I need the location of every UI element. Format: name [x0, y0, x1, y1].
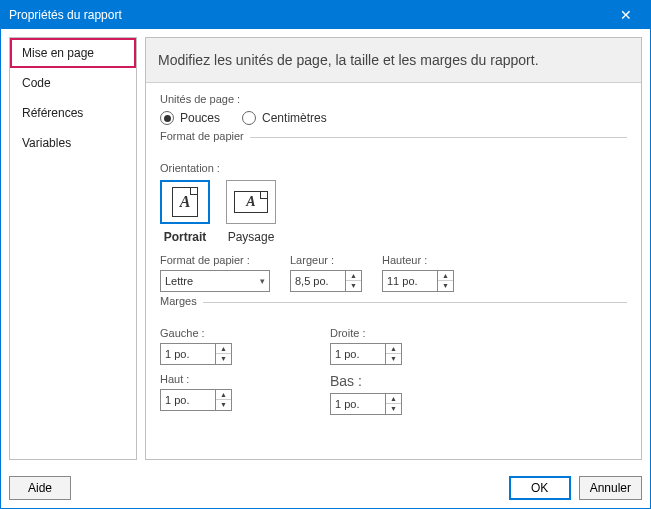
portrait-icon: A — [160, 180, 210, 224]
sidebar-item-references[interactable]: Références — [10, 98, 136, 128]
margins-group: Marges Gauche : 1 po. ▲▼ Droite : — [160, 302, 627, 415]
height-field: Hauteur : 11 po. ▲▼ — [382, 254, 454, 292]
ok-button[interactable]: OK — [509, 476, 571, 500]
paper-size-value: Lettre — [165, 275, 193, 287]
spin-up-icon[interactable]: ▲ — [216, 344, 231, 354]
radio-inches[interactable]: Pouces — [160, 111, 220, 125]
margins-grid: Gauche : 1 po. ▲▼ Droite : 1 po. ▲▼ — [160, 327, 627, 415]
spin-down-icon[interactable]: ▼ — [216, 354, 231, 364]
units-label: Unités de page : — [160, 93, 627, 105]
footer: Aide OK Annuler — [1, 468, 650, 508]
landscape-icon: A — [226, 180, 276, 224]
button-label: Aide — [28, 481, 52, 495]
margin-left-field: Gauche : 1 po. ▲▼ — [160, 327, 320, 365]
sidebar-item-label: Mise en page — [22, 46, 94, 60]
sidebar-item-label: Références — [22, 106, 83, 120]
height-label: Hauteur : — [382, 254, 454, 266]
width-field: Largeur : 8,5 po. ▲▼ — [290, 254, 362, 292]
height-value: 11 po. — [383, 275, 437, 287]
sidebar: Mise en page Code Références Variables — [9, 37, 137, 460]
orientation-label-landscape: Paysage — [228, 230, 275, 244]
spin-up-icon[interactable]: ▲ — [438, 271, 453, 281]
titlebar: Propriétés du rapport ✕ — [1, 1, 650, 29]
margin-bottom-value: 1 po. — [331, 398, 385, 410]
spin-down-icon[interactable]: ▼ — [216, 400, 231, 410]
orientation-portrait[interactable]: A Portrait — [160, 180, 210, 244]
margin-top-spinner[interactable]: 1 po. ▲▼ — [160, 389, 232, 411]
height-spinner[interactable]: 11 po. ▲▼ — [382, 270, 454, 292]
paper-size-label: Format de papier : — [160, 254, 270, 266]
main-panel: Modifiez les unités de page, la taille e… — [145, 37, 642, 460]
dialog: Propriétés du rapport ✕ Mise en page Cod… — [0, 0, 651, 509]
paper-group-title: Format de papier — [160, 130, 250, 142]
main-header: Modifiez les unités de page, la taille e… — [146, 38, 641, 83]
radio-icon — [160, 111, 174, 125]
margin-top-value: 1 po. — [161, 394, 215, 406]
margin-bottom-spinner[interactable]: 1 po. ▲▼ — [330, 393, 402, 415]
margin-left-label: Gauche : — [160, 327, 320, 339]
spin-down-icon[interactable]: ▼ — [438, 281, 453, 291]
chevron-down-icon: ▾ — [260, 276, 265, 286]
margin-right-spinner[interactable]: 1 po. ▲▼ — [330, 343, 402, 365]
width-spinner[interactable]: 8,5 po. ▲▼ — [290, 270, 362, 292]
margin-top-field: Haut : 1 po. ▲▼ — [160, 373, 320, 415]
radio-label: Centimètres — [262, 111, 327, 125]
spin-up-icon[interactable]: ▲ — [386, 394, 401, 404]
sidebar-item-label: Variables — [22, 136, 71, 150]
sidebar-item-page-setup[interactable]: Mise en page — [10, 38, 136, 68]
button-label: OK — [531, 481, 548, 495]
spin-down-icon[interactable]: ▼ — [346, 281, 361, 291]
paper-group: Format de papier Orientation : A Portrai… — [160, 137, 627, 292]
radio-icon — [242, 111, 256, 125]
margin-right-value: 1 po. — [331, 348, 385, 360]
paper-size-row: Format de papier : Lettre ▾ Largeur : 8,… — [160, 254, 627, 292]
close-button[interactable]: ✕ — [610, 1, 642, 29]
margin-right-field: Droite : 1 po. ▲▼ — [330, 327, 490, 365]
button-label: Annuler — [590, 481, 631, 495]
width-value: 8,5 po. — [291, 275, 345, 287]
margin-bottom-label: Bas : — [330, 373, 490, 389]
paper-size-field: Format de papier : Lettre ▾ — [160, 254, 270, 292]
orientation-label-portrait: Portrait — [164, 230, 207, 244]
orientation-landscape[interactable]: A Paysage — [226, 180, 276, 244]
orientation-row: A Portrait A Paysage — [160, 180, 627, 244]
width-label: Largeur : — [290, 254, 362, 266]
spin-up-icon[interactable]: ▲ — [386, 344, 401, 354]
sidebar-item-label: Code — [22, 76, 51, 90]
units-radio-group: Pouces Centimètres — [160, 111, 627, 125]
cancel-button[interactable]: Annuler — [579, 476, 642, 500]
margin-bottom-field: Bas : 1 po. ▲▼ — [330, 373, 490, 415]
dialog-body: Mise en page Code Références Variables M… — [1, 29, 650, 468]
spin-down-icon[interactable]: ▼ — [386, 354, 401, 364]
orientation-label: Orientation : — [160, 162, 627, 174]
close-icon: ✕ — [620, 7, 632, 23]
radio-centimeters[interactable]: Centimètres — [242, 111, 327, 125]
main-content: Unités de page : Pouces Centimètres Form… — [146, 83, 641, 435]
sidebar-item-code[interactable]: Code — [10, 68, 136, 98]
spin-up-icon[interactable]: ▲ — [346, 271, 361, 281]
radio-label: Pouces — [180, 111, 220, 125]
margin-left-value: 1 po. — [161, 348, 215, 360]
spin-up-icon[interactable]: ▲ — [216, 390, 231, 400]
margin-left-spinner[interactable]: 1 po. ▲▼ — [160, 343, 232, 365]
margins-group-title: Marges — [160, 295, 203, 307]
margin-top-label: Haut : — [160, 373, 320, 385]
spin-down-icon[interactable]: ▼ — [386, 404, 401, 414]
help-button[interactable]: Aide — [9, 476, 71, 500]
sidebar-item-variables[interactable]: Variables — [10, 128, 136, 158]
margin-right-label: Droite : — [330, 327, 490, 339]
paper-size-combo[interactable]: Lettre ▾ — [160, 270, 270, 292]
window-title: Propriétés du rapport — [9, 8, 610, 22]
